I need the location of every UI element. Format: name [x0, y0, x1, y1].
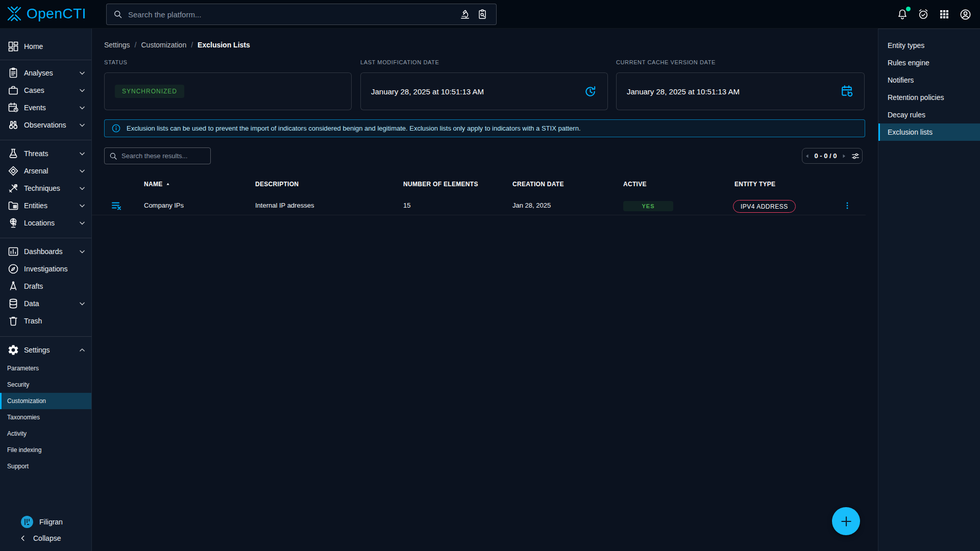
last-modification-date: January 28, 2025 at 10:51:13 AM [371, 87, 484, 96]
divider [0, 336, 91, 337]
folder-icon [7, 199, 19, 212]
right-menu-retention-policies[interactable]: Retention policies [878, 89, 980, 106]
chevron-down-icon [77, 183, 87, 193]
sidebar-item-parameters[interactable]: Parameters [0, 360, 91, 377]
sidebar-item-entities[interactable]: Entities [0, 197, 91, 214]
home-icon [7, 40, 19, 53]
previous-page-button[interactable] [804, 153, 811, 160]
collapse-label: Collapse [33, 534, 61, 542]
sidebar-item-label: Threats [24, 149, 48, 158]
divider [0, 60, 91, 60]
chevron-down-icon [77, 166, 87, 176]
right-menu-entity-types[interactable]: Entity types [878, 37, 980, 54]
breadcrumb-separator: / [191, 41, 193, 49]
sidebar-item-support[interactable]: Support [0, 458, 91, 474]
column-label: ACTIVE [623, 181, 647, 188]
filigran-logo-icon [20, 515, 34, 529]
collapse-sidebar-button[interactable]: Collapse [0, 531, 91, 546]
sub-item-label: Customization [7, 397, 46, 405]
sidebar-item-trash[interactable]: Trash [0, 312, 91, 330]
status-card: SYNCHRONIZED [104, 72, 352, 110]
sidebar-item-drafts[interactable]: Drafts [0, 278, 91, 295]
platform-search-input[interactable] [128, 10, 456, 19]
breadcrumb-customization[interactable]: Customization [141, 41, 186, 49]
sidebar-item-label: Analyses [24, 69, 53, 77]
table-header: NAME DESCRIPTION NUMBER OF ELEMENTS CREA… [92, 178, 878, 193]
sidebar-item-threats[interactable]: Threats [0, 145, 91, 162]
clock-refresh-icon [583, 85, 597, 98]
results-search-input[interactable] [121, 152, 206, 160]
sidebar-item-activity[interactable]: Activity [0, 425, 91, 442]
notifications-button[interactable] [896, 8, 909, 21]
refresh-cache-button[interactable] [583, 84, 597, 98]
sidebar-item-settings[interactable]: Settings [0, 341, 91, 359]
filigran-link[interactable]: Filigran [0, 513, 91, 531]
add-exclusion-list-button[interactable] [832, 507, 860, 535]
sidebar-item-techniques[interactable]: Techniques [0, 180, 91, 197]
column-header-name[interactable]: NAME [144, 181, 172, 188]
table-row[interactable]: Company IPs Internal IP adresses 15 Jan … [92, 197, 866, 215]
tools-icon [7, 182, 19, 194]
triggers-button[interactable] [917, 8, 930, 21]
alarm-check-icon [917, 8, 929, 20]
right-menu-decay-rules[interactable]: Decay rules [878, 106, 980, 123]
cell-number-of-elements: 15 [403, 202, 410, 209]
bulk-search-button[interactable] [474, 6, 491, 23]
sidebar-item-label: Trash [24, 317, 42, 325]
sidebar-item-observations[interactable]: Observations [0, 116, 91, 134]
cache-calendar-button[interactable] [840, 84, 854, 98]
column-header-number-of-elements[interactable]: NUMBER OF ELEMENTS [403, 181, 478, 188]
sidebar-item-customization[interactable]: Customization [0, 393, 91, 409]
opencti-logo[interactable]: OpenCTI [5, 5, 86, 23]
right-menu-label: Entity types [888, 41, 924, 49]
right-menu-exclusion-lists[interactable]: Exclusion lists [878, 123, 980, 141]
clipboard-icon [7, 67, 19, 79]
sidebar-item-label: Events [24, 104, 46, 112]
sidebar-item-label: Drafts [24, 282, 43, 290]
column-header-entity-type[interactable]: ENTITY TYPE [734, 181, 775, 188]
sidebar-item-events[interactable]: Events [0, 99, 91, 116]
right-menu-rules-engine[interactable]: Rules engine [878, 54, 980, 71]
advanced-search-button[interactable] [456, 6, 474, 23]
sidebar-item-data[interactable]: Data [0, 295, 91, 312]
sidebar-item-locations[interactable]: Locations [0, 214, 91, 232]
column-header-description[interactable]: DESCRIPTION [255, 181, 299, 188]
sidebar-item-arsenal[interactable]: Arsenal [0, 162, 91, 180]
sidebar-item-analyses[interactable]: Analyses [0, 64, 91, 82]
column-label: ENTITY TYPE [734, 181, 775, 188]
sidebar-item-dashboards[interactable]: Dashboards [0, 243, 91, 260]
sidebar-item-home[interactable]: Home [0, 38, 91, 55]
row-menu-button[interactable] [841, 199, 853, 212]
plus-icon [840, 515, 853, 528]
right-menu-notifiers[interactable]: Notifiers [878, 71, 980, 89]
platform-search-box [106, 4, 497, 25]
sidebar-item-file-indexing[interactable]: File indexing [0, 442, 91, 458]
next-page-button[interactable] [840, 153, 847, 160]
cache-version-card-label: CURRENT CACHE VERSION DATE [616, 59, 716, 65]
list-settings-icon[interactable] [850, 151, 861, 161]
sidebar-item-taxonomies[interactable]: Taxonomies [0, 409, 91, 425]
info-icon [111, 123, 121, 133]
chart-icon [7, 245, 19, 258]
kebab-menu-icon [842, 201, 852, 211]
settings-submenu: Parameters Security Customization Taxono… [0, 360, 91, 474]
sidebar-item-security[interactable]: Security [0, 377, 91, 393]
opencti-app: OpenCTI [0, 0, 980, 551]
apps-button[interactable] [938, 8, 951, 21]
account-button[interactable] [959, 8, 972, 21]
breadcrumb-settings[interactable]: Settings [104, 41, 130, 49]
top-bar: OpenCTI [0, 0, 980, 29]
sidebar-item-label: Dashboards [24, 247, 63, 256]
sidebar-item-cases[interactable]: Cases [0, 82, 91, 99]
column-label: NAME [144, 181, 163, 188]
chevron-down-icon [77, 120, 87, 130]
briefcase-icon [7, 84, 19, 96]
sub-item-label: Security [7, 381, 29, 388]
sidebar-item-investigations[interactable]: Investigations [0, 260, 91, 278]
last-modification-card: January 28, 2025 at 10:51:13 AM [360, 72, 608, 110]
column-header-active[interactable]: ACTIVE [623, 181, 647, 188]
sidebar-item-label: Investigations [24, 265, 68, 273]
column-header-creation-date[interactable]: CREATION DATE [512, 181, 564, 188]
chevron-down-icon [77, 218, 87, 228]
sub-item-label: Activity [7, 430, 27, 437]
